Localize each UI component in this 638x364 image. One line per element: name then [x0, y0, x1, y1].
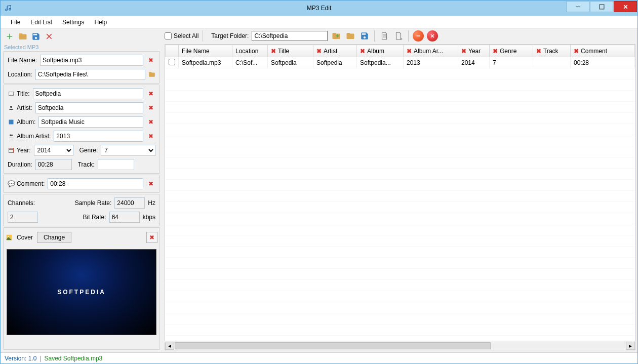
location-label: Location:: [8, 71, 32, 78]
album-artist-input[interactable]: [54, 131, 143, 142]
status-version: Version: 1.0: [5, 355, 36, 362]
year-label: Year:: [17, 147, 31, 154]
select-all-checkbox[interactable]: Select All: [165, 32, 198, 39]
clear-title-icon[interactable]: ✖: [146, 89, 155, 98]
sample-rate-input: [114, 197, 145, 209]
svg-rect-8: [9, 120, 14, 125]
track-input[interactable]: [98, 159, 134, 170]
open-folder-icon[interactable]: [17, 31, 28, 42]
year-select[interactable]: 2014: [34, 145, 73, 156]
clear-artist-icon[interactable]: ✖: [146, 103, 155, 112]
cell-album-artist[interactable]: 2013: [404, 57, 458, 68]
cell-comment[interactable]: 00:28: [571, 57, 635, 68]
title-label: Title:: [17, 90, 30, 97]
cover-label: Cover: [17, 234, 33, 241]
cell-file-name[interactable]: Softpedia.mp3: [179, 57, 232, 68]
th-location[interactable]: Location: [232, 45, 268, 57]
th-checkbox[interactable]: [166, 45, 179, 57]
duration-label: Duration:: [8, 161, 32, 168]
album-artist-label: Album Artist:: [17, 133, 51, 140]
genre-select[interactable]: 7: [101, 145, 155, 156]
location-input[interactable]: [35, 69, 145, 80]
year-icon: [8, 147, 15, 154]
sample-rate-label: Sample Rate:: [46, 199, 111, 207]
cell-location[interactable]: C:\Sof...: [232, 57, 268, 68]
status-saved: Saved Softpedia.mp3: [45, 355, 103, 362]
menubar: File Edit List Settings Help: [1, 16, 637, 29]
svg-point-0: [6, 9, 8, 11]
hz-label: Hz: [148, 199, 155, 207]
clear-all-icon[interactable]: [427, 30, 438, 42]
file-table: File Name Location ✖Title ✖Artist ✖Album…: [165, 45, 635, 68]
open-target-icon[interactable]: [345, 30, 356, 42]
row-checkbox[interactable]: [169, 59, 175, 65]
cell-artist[interactable]: Softpedia: [313, 57, 357, 68]
title-input[interactable]: [33, 88, 143, 99]
clear-album-icon[interactable]: ✖: [146, 117, 155, 127]
document-icon[interactable]: [379, 30, 390, 42]
title-icon: [8, 90, 15, 97]
th-artist[interactable]: ✖Artist: [313, 45, 357, 57]
add-icon[interactable]: [4, 31, 15, 42]
genre-label: Genre:: [79, 147, 98, 154]
window-title: MP3 Edit: [307, 5, 332, 12]
th-track[interactable]: ✖Track: [533, 45, 571, 57]
scroll-thumb[interactable]: [175, 342, 491, 349]
channels-input: [8, 212, 38, 223]
menu-settings[interactable]: Settings: [57, 17, 89, 28]
close-button[interactable]: [614, 1, 637, 12]
cell-album[interactable]: Softpedia...: [357, 57, 404, 68]
comment-label: Comment:: [17, 180, 45, 187]
table-row[interactable]: Softpedia.mp3 C:\Sof... Softpedia Softpe…: [166, 57, 635, 68]
clear-comment-icon[interactable]: ✖: [146, 179, 155, 188]
bit-rate-label: Bit Rate:: [41, 214, 106, 221]
cell-track[interactable]: [533, 57, 571, 68]
delete-icon[interactable]: [44, 31, 55, 42]
menu-file[interactable]: File: [6, 17, 25, 28]
th-comment[interactable]: ✖Comment: [571, 45, 635, 57]
scroll-right-arrow[interactable]: ▸: [626, 342, 635, 350]
document-delete-icon[interactable]: [393, 30, 404, 42]
th-title[interactable]: ✖Title: [268, 45, 313, 57]
minimize-button[interactable]: [566, 1, 589, 12]
svg-point-1: [9, 9, 11, 10]
channels-label: Channels:: [8, 199, 43, 207]
artist-label: Artist:: [17, 104, 32, 111]
target-folder-input[interactable]: [252, 31, 328, 41]
svg-point-14: [8, 236, 9, 237]
artist-input[interactable]: [35, 102, 143, 113]
album-input[interactable]: [38, 116, 143, 128]
remove-entry-icon[interactable]: [413, 30, 424, 42]
svg-rect-11: [9, 148, 14, 153]
kbps-label: kbps: [143, 214, 155, 221]
clear-album-artist-icon[interactable]: ✖: [146, 132, 155, 141]
scroll-left-arrow[interactable]: ◂: [165, 342, 174, 350]
svg-rect-3: [600, 5, 604, 9]
th-year[interactable]: ✖Year: [458, 45, 490, 57]
cover-art-text: SOFTPEDIA: [57, 289, 106, 296]
th-genre[interactable]: ✖Genre: [490, 45, 533, 57]
save-icon[interactable]: [30, 31, 42, 42]
change-cover-button[interactable]: Change: [37, 232, 71, 243]
save-list-icon[interactable]: [359, 30, 370, 42]
horizontal-scrollbar[interactable]: ◂ ▸: [165, 341, 635, 350]
th-album[interactable]: ✖Album: [357, 45, 404, 57]
cell-title[interactable]: Softpedia: [268, 57, 313, 68]
cell-genre[interactable]: 7: [490, 57, 533, 68]
menu-help[interactable]: Help: [89, 17, 112, 28]
browse-location-icon[interactable]: [148, 71, 155, 78]
titlebar: MP3 Edit: [1, 1, 637, 16]
maximize-button[interactable]: [590, 1, 613, 12]
cell-year[interactable]: 2014: [458, 57, 490, 68]
menu-edit-list[interactable]: Edit List: [25, 17, 57, 28]
comment-icon: 💬: [8, 180, 15, 187]
clear-file-name-icon[interactable]: ✖: [146, 56, 155, 65]
add-folder-icon[interactable]: [331, 30, 342, 42]
album-label: Album:: [17, 118, 35, 126]
clear-cover-icon[interactable]: ✖: [146, 232, 157, 243]
selected-group-label: Selected MP3: [3, 44, 160, 50]
comment-input[interactable]: [48, 178, 143, 189]
file-name-input[interactable]: [40, 55, 143, 66]
th-file-name[interactable]: File Name: [179, 45, 232, 57]
th-album-artist[interactable]: ✖Album Ar...: [404, 45, 458, 57]
